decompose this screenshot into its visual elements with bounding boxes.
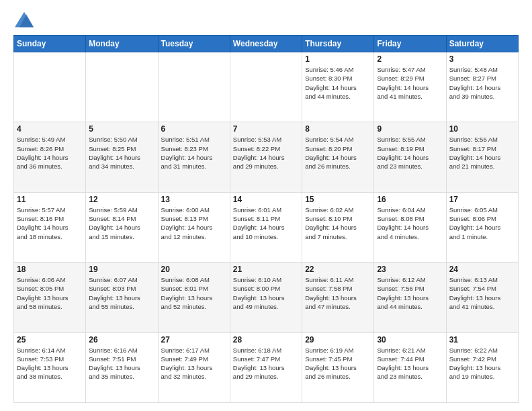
day-number: 30 [377,335,443,345]
weekday-header-monday: Monday [86,36,158,52]
day-info: Sunrise: 6:11 AM Sunset: 7:58 PM Dayligh… [305,275,371,311]
day-number: 9 [377,124,443,134]
day-info: Sunrise: 6:06 AM Sunset: 8:05 PM Dayligh… [17,275,83,311]
day-number: 13 [161,195,227,204]
weekday-header-saturday: Saturday [446,36,518,52]
calendar-cell: 6Sunrise: 5:51 AM Sunset: 8:23 PM Daylig… [158,122,230,192]
calendar-cell: 2Sunrise: 5:47 AM Sunset: 8:29 PM Daylig… [374,52,446,122]
day-info: Sunrise: 6:02 AM Sunset: 8:10 PM Dayligh… [305,205,371,241]
calendar-cell: 12Sunrise: 5:59 AM Sunset: 8:14 PM Dayli… [86,192,158,262]
calendar-cell: 27Sunrise: 6:17 AM Sunset: 7:49 PM Dayli… [158,332,230,402]
day-info: Sunrise: 6:13 AM Sunset: 7:54 PM Dayligh… [449,275,515,311]
calendar-cell: 24Sunrise: 6:13 AM Sunset: 7:54 PM Dayli… [446,263,518,332]
calendar-cell: 31Sunrise: 6:22 AM Sunset: 7:42 PM Dayli… [446,332,518,402]
calendar-cell: 25Sunrise: 6:14 AM Sunset: 7:53 PM Dayli… [14,332,86,402]
day-number: 23 [377,265,443,274]
calendar-cell: 11Sunrise: 5:57 AM Sunset: 8:16 PM Dayli… [14,192,86,262]
day-number: 11 [17,195,83,204]
day-info: Sunrise: 5:57 AM Sunset: 8:16 PM Dayligh… [17,205,83,241]
calendar-cell: 30Sunrise: 6:21 AM Sunset: 7:44 PM Dayli… [374,332,446,402]
day-number: 19 [89,265,154,274]
day-info: Sunrise: 6:17 AM Sunset: 7:49 PM Dayligh… [161,346,227,381]
calendar-cell: 17Sunrise: 6:05 AM Sunset: 8:06 PM Dayli… [446,192,518,262]
day-number: 16 [377,195,443,204]
day-number: 14 [233,195,299,204]
calendar-cell: 3Sunrise: 5:48 AM Sunset: 8:27 PM Daylig… [446,52,518,122]
calendar-cell: 23Sunrise: 6:12 AM Sunset: 7:56 PM Dayli… [374,263,446,332]
header [13,11,519,30]
calendar-cell: 21Sunrise: 6:10 AM Sunset: 8:00 PM Dayli… [230,263,302,332]
page: SundayMondayTuesdayWednesdayThursdayFrid… [0,0,532,411]
weekday-header-thursday: Thursday [302,36,374,52]
day-info: Sunrise: 5:51 AM Sunset: 8:23 PM Dayligh… [161,135,227,171]
calendar-cell: 29Sunrise: 6:19 AM Sunset: 7:45 PM Dayli… [302,332,374,402]
day-info: Sunrise: 6:22 AM Sunset: 7:42 PM Dayligh… [449,346,515,381]
day-info: Sunrise: 6:08 AM Sunset: 8:01 PM Dayligh… [161,275,227,311]
day-number: 12 [89,195,154,204]
calendar-cell: 28Sunrise: 6:18 AM Sunset: 7:47 PM Dayli… [230,332,302,402]
day-info: Sunrise: 5:50 AM Sunset: 8:25 PM Dayligh… [89,135,154,171]
day-number: 6 [161,124,227,134]
day-info: Sunrise: 5:55 AM Sunset: 8:19 PM Dayligh… [377,135,443,171]
day-info: Sunrise: 5:56 AM Sunset: 8:17 PM Dayligh… [449,135,515,171]
weekday-header-tuesday: Tuesday [158,36,230,52]
day-info: Sunrise: 5:53 AM Sunset: 8:22 PM Dayligh… [233,135,299,171]
calendar-cell: 22Sunrise: 6:11 AM Sunset: 7:58 PM Dayli… [302,263,374,332]
calendar-cell [86,52,158,122]
weekday-header-wednesday: Wednesday [230,36,302,52]
week-row-3: 11Sunrise: 5:57 AM Sunset: 8:16 PM Dayli… [14,192,519,262]
day-info: Sunrise: 5:46 AM Sunset: 8:30 PM Dayligh… [305,65,371,101]
week-row-1: 1Sunrise: 5:46 AM Sunset: 8:30 PM Daylig… [14,52,519,122]
calendar-cell: 14Sunrise: 6:01 AM Sunset: 8:11 PM Dayli… [230,192,302,262]
calendar-cell: 7Sunrise: 5:53 AM Sunset: 8:22 PM Daylig… [230,122,302,192]
day-info: Sunrise: 6:12 AM Sunset: 7:56 PM Dayligh… [377,275,443,311]
day-number: 27 [161,335,227,345]
day-number: 20 [161,265,227,274]
day-info: Sunrise: 6:16 AM Sunset: 7:51 PM Dayligh… [89,346,154,381]
day-number: 17 [449,195,515,204]
day-info: Sunrise: 6:21 AM Sunset: 7:44 PM Dayligh… [377,346,443,381]
day-number: 3 [449,54,515,64]
day-info: Sunrise: 6:05 AM Sunset: 8:06 PM Dayligh… [449,205,515,241]
calendar-cell: 10Sunrise: 5:56 AM Sunset: 8:17 PM Dayli… [446,122,518,192]
calendar-cell: 15Sunrise: 6:02 AM Sunset: 8:10 PM Dayli… [302,192,374,262]
calendar-cell: 9Sunrise: 5:55 AM Sunset: 8:19 PM Daylig… [374,122,446,192]
day-info: Sunrise: 6:19 AM Sunset: 7:45 PM Dayligh… [305,346,371,381]
calendar-cell: 5Sunrise: 5:50 AM Sunset: 8:25 PM Daylig… [86,122,158,192]
calendar-cell: 16Sunrise: 6:04 AM Sunset: 8:08 PM Dayli… [374,192,446,262]
week-row-2: 4Sunrise: 5:49 AM Sunset: 8:26 PM Daylig… [14,122,519,192]
day-number: 22 [305,265,371,274]
calendar-cell: 19Sunrise: 6:07 AM Sunset: 8:03 PM Dayli… [86,263,158,332]
day-number: 4 [17,124,83,134]
day-info: Sunrise: 6:14 AM Sunset: 7:53 PM Dayligh… [17,346,83,381]
day-info: Sunrise: 5:48 AM Sunset: 8:27 PM Dayligh… [449,65,515,101]
calendar-cell: 13Sunrise: 6:00 AM Sunset: 8:13 PM Dayli… [158,192,230,262]
calendar-cell: 26Sunrise: 6:16 AM Sunset: 7:51 PM Dayli… [86,332,158,402]
calendar-table: SundayMondayTuesdayWednesdayThursdayFrid… [13,35,519,403]
calendar-cell: 18Sunrise: 6:06 AM Sunset: 8:05 PM Dayli… [14,263,86,332]
day-info: Sunrise: 6:10 AM Sunset: 8:00 PM Dayligh… [233,275,299,311]
calendar-cell [158,52,230,122]
day-number: 8 [305,124,371,134]
day-number: 2 [377,54,443,64]
calendar-cell [14,52,86,122]
day-info: Sunrise: 6:07 AM Sunset: 8:03 PM Dayligh… [89,275,154,311]
weekday-header-sunday: Sunday [14,36,86,52]
day-number: 29 [305,335,371,345]
calendar-cell: 4Sunrise: 5:49 AM Sunset: 8:26 PM Daylig… [14,122,86,192]
day-info: Sunrise: 6:18 AM Sunset: 7:47 PM Dayligh… [233,346,299,381]
weekday-header-row: SundayMondayTuesdayWednesdayThursdayFrid… [14,36,519,52]
week-row-5: 25Sunrise: 6:14 AM Sunset: 7:53 PM Dayli… [14,332,519,402]
day-number: 1 [305,54,371,64]
day-number: 18 [17,265,83,274]
day-number: 7 [233,124,299,134]
weekday-header-friday: Friday [374,36,446,52]
week-row-4: 18Sunrise: 6:06 AM Sunset: 8:05 PM Dayli… [14,263,519,332]
day-number: 31 [449,335,515,345]
day-info: Sunrise: 5:59 AM Sunset: 8:14 PM Dayligh… [89,205,154,241]
day-number: 24 [449,265,515,274]
day-number: 26 [89,335,154,345]
day-number: 21 [233,265,299,274]
day-number: 15 [305,195,371,204]
calendar-cell: 20Sunrise: 6:08 AM Sunset: 8:01 PM Dayli… [158,263,230,332]
